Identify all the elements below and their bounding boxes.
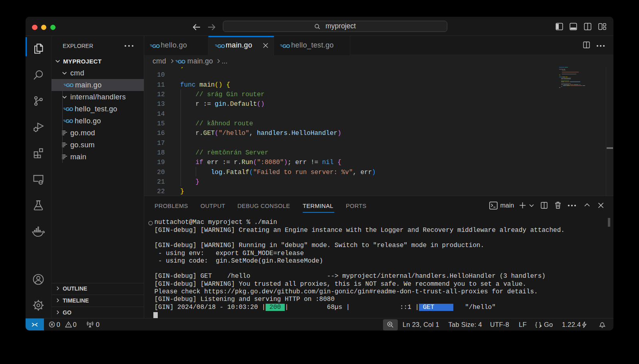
- svg-text:GO: GO: [66, 83, 73, 88]
- svg-text:GO: GO: [152, 43, 160, 48]
- svg-text:GO: GO: [282, 43, 290, 48]
- svg-text:GO: GO: [217, 43, 225, 48]
- svg-text:GO: GO: [65, 119, 73, 124]
- svg-text:GO: GO: [178, 59, 185, 64]
- svg-text:GO: GO: [65, 107, 73, 112]
